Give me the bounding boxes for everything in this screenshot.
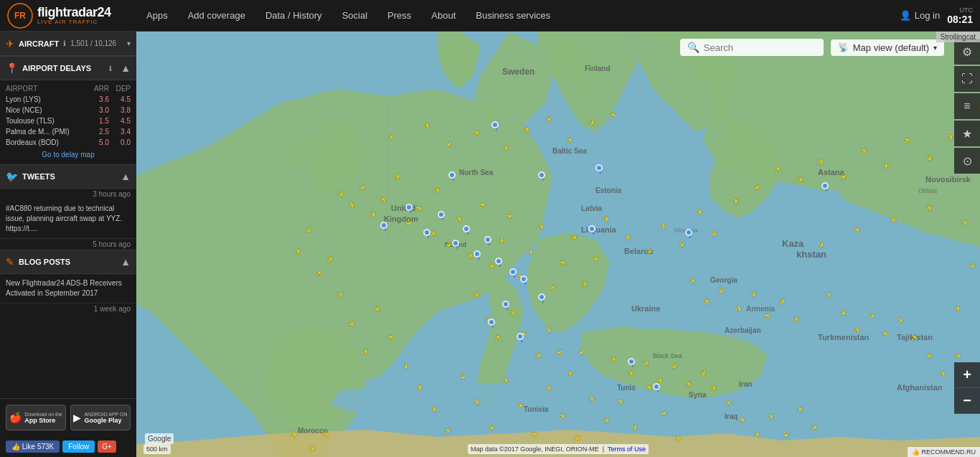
table-row[interactable]: Palma de M... (PMI) 2.5 3.4: [0, 126, 136, 137]
svg-text:Iran: Iran: [739, 380, 752, 388]
collapse-delays-button[interactable]: ▲: [121, 62, 131, 74]
logo-sub-text: LIVE AIR TRAFFIC: [37, 19, 111, 25]
table-row[interactable]: Bordeaux (BOD) 5.0 0.0: [0, 137, 136, 148]
nav-about[interactable]: About: [421, 0, 466, 32]
recommend-badge: 👍 RECOMMEND.RU: [908, 447, 981, 457]
radio-wave-icon: 📡: [838, 42, 849, 52]
svg-text:Estonia: Estonia: [595, 187, 622, 194]
location-icon: 📍: [6, 62, 18, 74]
svg-text:Syria: Syria: [689, 391, 707, 399]
svg-text:Tunisia: Tunisia: [524, 405, 549, 413]
svg-point-4: [814, 189, 850, 275]
sidebar: ✈ AIRCRAFT ℹ 1,501 / 10,126 ▾ 📍 AIRPORT …: [0, 32, 136, 457]
nav-business[interactable]: Business services: [466, 0, 560, 32]
google-plus-button[interactable]: G+: [98, 440, 116, 453]
svg-text:Turkmenistan: Turkmenistan: [818, 333, 870, 341]
blog-header: ✎ BLOG POSTS ▲: [0, 250, 136, 274]
svg-text:Iraq: Iraq: [725, 413, 738, 420]
svg-text:Latvia: Latvia: [581, 204, 602, 212]
strollingcat-badge: Strollingcat: [936, 32, 980, 42]
main-layout: ✈ AIRCRAFT ℹ 1,501 / 10,126 ▾ 📍 AIRPORT …: [0, 32, 980, 457]
nav-data-history[interactable]: Data / History: [255, 0, 332, 32]
svg-text:Astana: Astana: [818, 168, 845, 176]
search-input[interactable]: [704, 42, 824, 53]
blog-time: 1 week ago: [0, 303, 136, 316]
filter-button[interactable]: ≡: [954, 93, 980, 119]
nav-right: 👤 Log in UTC 08:21: [900, 6, 980, 25]
google-logo: Google: [145, 433, 174, 444]
col-airport: AIRPORT: [6, 85, 88, 93]
map-area[interactable]: United Kingdom Sweden Finland North Sea …: [136, 32, 980, 457]
google-play-button[interactable]: ▶ ANDROID APP ON Google Play: [70, 405, 131, 430]
airport-delays-header: 📍 AIRPORT DELAYS ℹ ▲: [0, 56, 136, 80]
settings-button[interactable]: ⚙: [954, 39, 980, 65]
map-controls-top: 🔍 📡 Map view (default) ▾: [136, 39, 980, 56]
svg-text:Sweden: Sweden: [502, 67, 534, 77]
collapse-blog-button[interactable]: ▲: [121, 256, 131, 268]
svg-text:Azerbaijan: Azerbaijan: [725, 326, 761, 334]
table-row[interactable]: Toulouse (TLS) 1.5 4.5: [0, 116, 136, 126]
tweet-time-2: 5 hours ago: [0, 239, 136, 250]
list-item[interactable]: New Flightradar24 ADS-B Receivers Activa…: [0, 274, 136, 303]
svg-text:Kaza: Kaza: [782, 238, 804, 249]
utc-clock: UTC 08:21: [947, 6, 973, 25]
android-icon: ▶: [73, 412, 81, 423]
table-row[interactable]: Lyon (LYS) 3.6 4.5: [0, 94, 136, 105]
apple-icon: 🍎: [9, 412, 22, 423]
nav-social[interactable]: Social: [332, 0, 377, 32]
map-attribution: Map data ©2017 Google, INEGI, ORION-ME |…: [468, 444, 649, 454]
svg-text:FR: FR: [14, 11, 26, 21]
search-icon: 🔍: [687, 42, 699, 53]
bookmark-button[interactable]: ★: [954, 121, 980, 146]
app-buttons: 🍎 Download on the App Store ▶ ANDROID AP…: [0, 398, 136, 436]
svg-text:Oblast: Oblast: [918, 187, 938, 194]
svg-text:Georgia: Georgia: [710, 276, 738, 284]
list-item[interactable]: #AC880 returning due to technical issue,…: [0, 199, 136, 239]
aircraft-count: 1,501 / 10,126: [70, 39, 116, 47]
map-view-button[interactable]: 📡 Map view (default) ▾: [831, 39, 944, 56]
aircraft-bar[interactable]: ✈ AIRCRAFT ℹ 1,501 / 10,126 ▾: [0, 32, 136, 56]
logo-text: flightradar24 LIVE AIR TRAFFIC: [37, 6, 111, 25]
svg-text:Poland: Poland: [445, 241, 466, 248]
twitter-follow-button[interactable]: Follow: [62, 440, 95, 453]
blog-label: BLOG POSTS: [19, 258, 116, 266]
collapse-tweets-button[interactable]: ▲: [121, 171, 131, 182]
table-row[interactable]: Nice (NCE) 3.0 3.8: [0, 105, 136, 116]
zoom-in-button[interactable]: +: [954, 362, 980, 388]
compass-button[interactable]: ⊙: [954, 148, 980, 174]
svg-text:Armenia: Armenia: [746, 305, 775, 313]
nav-press[interactable]: Press: [377, 0, 421, 32]
logo-area[interactable]: FR flightradar24 LIVE AIR TRAFFIC: [0, 3, 136, 29]
svg-text:Tunis: Tunis: [617, 384, 636, 392]
svg-text:Novosibirsk: Novosibirsk: [925, 175, 971, 184]
map-scale: 500 km: [143, 444, 171, 454]
col-dep: DEP: [109, 85, 131, 93]
zoom-out-button[interactable]: −: [954, 388, 980, 414]
zoom-controls: + −: [954, 362, 980, 414]
app-store-button[interactable]: 🍎 Download on the App Store: [6, 405, 66, 430]
facebook-like-button[interactable]: 👍 Like 573K: [6, 440, 60, 453]
blog-icon: ✎: [6, 256, 14, 268]
fullscreen-button[interactable]: ⛶: [954, 66, 980, 92]
svg-text:North Sea: North Sea: [459, 169, 494, 176]
svg-text:Ukraine: Ukraine: [631, 304, 660, 313]
aircraft-label: AIRCRAFT: [19, 39, 59, 48]
svg-text:Morocco: Morocco: [298, 427, 328, 435]
svg-text:Afghanistan: Afghanistan: [897, 383, 943, 392]
map-right-controls: ⚙ ⛶ ≡ ★ ⊙: [954, 39, 980, 174]
svg-text:Kingdom: Kingdom: [384, 215, 418, 223]
nav-apps[interactable]: Apps: [136, 0, 178, 32]
login-button[interactable]: 👤 Log in: [900, 10, 940, 21]
nav-add-coverage[interactable]: Add coverage: [178, 0, 255, 32]
dropdown-arrow-icon: ▾: [933, 44, 937, 52]
search-box[interactable]: 🔍: [680, 39, 824, 56]
tweet-time-1: 3 hours ago: [0, 189, 136, 199]
logo-icon: FR: [7, 3, 33, 29]
info-icon: ℹ: [109, 65, 112, 72]
delays-table: AIRPORT ARR DEP Lyon (LYS) 3.6 4.5 Nice …: [0, 80, 136, 164]
delay-link[interactable]: Go to delay map: [0, 148, 136, 161]
svg-text:Baltic Sea: Baltic Sea: [552, 147, 587, 155]
nav-items: Apps Add coverage Data / History Social …: [136, 0, 900, 32]
svg-text:khstan: khstan: [796, 249, 826, 260]
twitter-icon: 🐦: [6, 171, 18, 182]
